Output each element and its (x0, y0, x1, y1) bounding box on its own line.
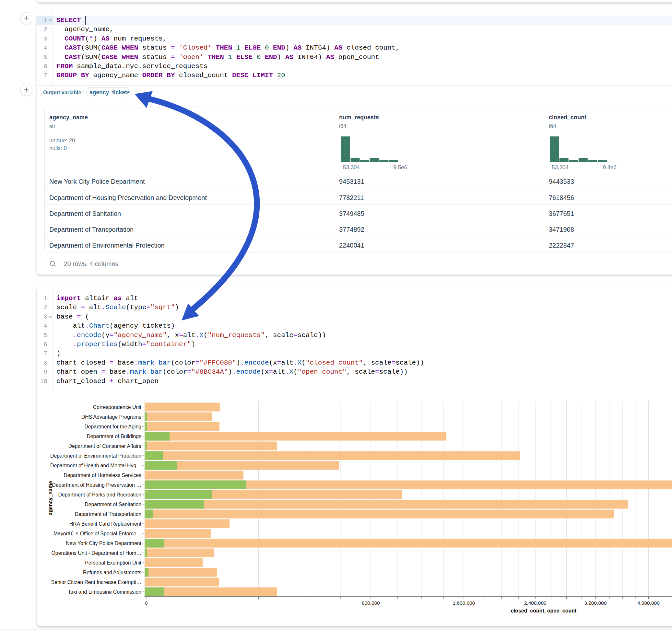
svg-text:Correspondence Unit: Correspondence Unit (93, 405, 142, 410)
svg-text:Department of Health and Menta: Department of Health and Mental Hyg… (50, 463, 141, 468)
svg-text:Department of Consumer Affairs: Department of Consumer Affairs (68, 443, 141, 449)
svg-text:1,600,000: 1,600,000 (453, 600, 475, 606)
svg-text:Department of Sanitation: Department of Sanitation (85, 502, 141, 507)
svg-text:Operations Unit - Department o: Operations Unit - Department of Hom… (51, 550, 141, 556)
svg-text:Department of Environmental Pr: Department of Environmental Protection (50, 453, 141, 459)
svg-text:0: 0 (145, 600, 148, 606)
svg-text:HRA Benefit Card Replacement: HRA Benefit Card Replacement (69, 521, 142, 527)
svg-text:Refunds and Adjustments: Refunds and Adjustments (83, 570, 141, 575)
svg-text:Department of Homeless Service: Department of Homeless Services (64, 472, 141, 478)
svg-text:agency_name: agency_name (48, 481, 53, 515)
svg-text:Department of Buildings: Department of Buildings (87, 434, 141, 439)
svg-text:DHS Advantage Programs: DHS Advantage Programs (81, 414, 141, 420)
svg-text:Taxi and Limousine Commission: Taxi and Limousine Commission (68, 589, 141, 595)
svg-text:800,000: 800,000 (362, 600, 380, 606)
svg-text:Department of Housing Preserva: Department of Housing Preservation … (52, 482, 141, 488)
svg-text:Mayorâ€ s Office of Special En: Mayorâ€ s Office of Special Enforce… (53, 531, 141, 536)
svg-text:3,200,000: 3,200,000 (584, 600, 606, 606)
svg-text:Personal Exemption Unit: Personal Exemption Unit (85, 560, 141, 565)
svg-text:Department of Parks and Recrea: Department of Parks and Recreation (58, 492, 141, 498)
svg-text:Department for the Aging: Department for the Aging (84, 424, 141, 429)
svg-text:closed_count, open_count: closed_count, open_count (511, 608, 577, 613)
svg-text:Department of Transportation: Department of Transportation (75, 511, 141, 517)
svg-text:4,000,000: 4,000,000 (637, 600, 660, 606)
svg-text:2,400,000: 2,400,000 (524, 600, 547, 606)
svg-text:New York City Police Departmen: New York City Police Department (66, 540, 141, 546)
svg-text:Senior Citizen Rent Increase E: Senior Citizen Rent Increase Exempti… (51, 579, 141, 585)
